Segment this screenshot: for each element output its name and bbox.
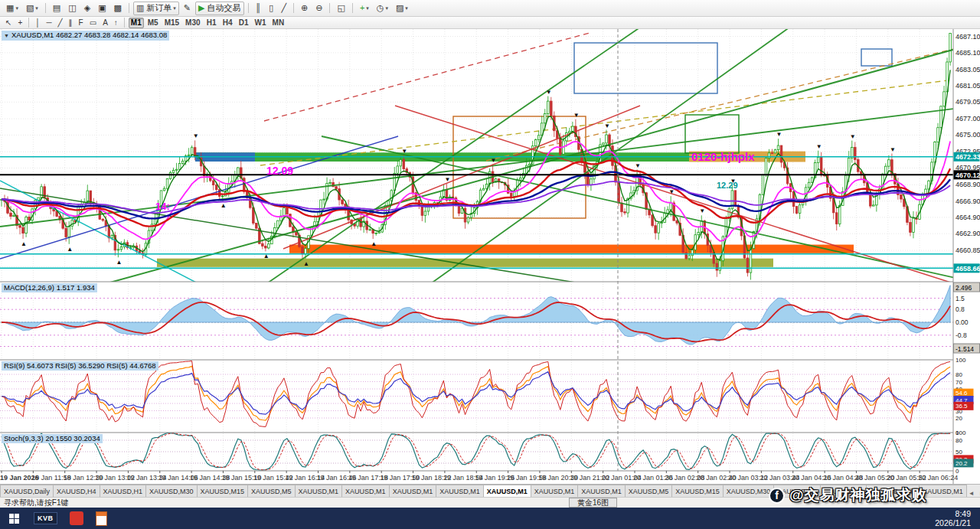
toolbar-separator	[293, 3, 294, 13]
shapes-tool-button[interactable]: ▭	[87, 18, 99, 28]
svg-text:▲: ▲	[263, 253, 270, 260]
chart-line-button[interactable]: ╱	[278, 2, 289, 15]
svg-text:4677.00: 4677.00	[956, 115, 980, 122]
toolbar-separator	[129, 3, 129, 13]
arrows-tool-button[interactable]: ↑	[112, 18, 120, 28]
strategy-tester-button[interactable]: ▩	[111, 2, 125, 15]
toolbar-separator	[45, 3, 46, 13]
chart-tab-3[interactable]: XAUUSD,M30	[145, 485, 198, 497]
chart-region[interactable]: 12.0914:0120-hjhplx12.29▲▲▲▼▲▲▲▲▼▼▼▼▼▼▼▼…	[0, 29, 980, 484]
chart-candles-icon: ▯	[269, 4, 273, 12]
svg-text:▼: ▼	[604, 122, 610, 129]
data-window-button[interactable]: ◫	[65, 2, 79, 15]
chart-tab-7[interactable]: XAUUSD,M1	[341, 485, 390, 497]
svg-text:20 Jan 06:24: 20 Jan 06:24	[918, 474, 958, 482]
vline-tool-icon: │	[35, 19, 40, 27]
new-order-button[interactable]: ▥新订单▾	[133, 2, 179, 15]
chart-area[interactable]: 12.0914:0120-hjhplx12.29▲▲▲▼▲▲▲▲▼▼▼▼▼▼▼▼…	[0, 29, 980, 484]
mt4-window: ▦▾▧▾▤◫◈▣▩▥新订单▾✎▶自动交易║▯╱⊕⊖◱+▾◷▾▨▾ ↖+│─╱∥F…	[0, 0, 980, 529]
svg-text:0120-hjhplx: 0120-hjhplx	[691, 150, 755, 163]
crosshair-tool-button[interactable]: +	[15, 18, 24, 28]
chart-tab-6[interactable]: XAUUSD,M1	[295, 485, 343, 497]
zoom-out-button[interactable]: ⊖	[312, 2, 325, 15]
indicators-icon: +	[360, 4, 364, 12]
chart-tab-4[interactable]: XAUUSD,M15	[197, 485, 249, 497]
chart-tab-8[interactable]: XAUUSD,M1	[389, 485, 437, 497]
hline-tool-button[interactable]: ─	[44, 18, 54, 28]
svg-text:20: 20	[956, 415, 962, 422]
watermark: f @交易财神独孤求败	[769, 485, 927, 505]
svg-text:▼: ▼	[635, 162, 641, 169]
timeframe-button-m30[interactable]: M30	[183, 18, 202, 28]
one-click-trading-toggle[interactable]: ▼	[4, 33, 9, 38]
taskbar-clock[interactable]: 8:49 2026/1/21	[935, 509, 980, 528]
chart-tab-10[interactable]: XAUUSD,M1	[483, 485, 531, 497]
fibonacci-tool-button[interactable]: F	[77, 18, 86, 28]
tab-scroll-left-button[interactable]: ◄	[966, 490, 977, 497]
svg-text:14:: 14:	[155, 201, 170, 212]
chart-bars-button[interactable]: ║	[253, 2, 265, 15]
cursor-tool-button[interactable]: ↖	[3, 18, 14, 28]
tab-scroll-right-button[interactable]: ►	[977, 490, 980, 497]
svg-text:4658.66: 4658.66	[956, 265, 980, 273]
kvb-app-button[interactable]: KVB	[34, 509, 57, 527]
chart-tab-2[interactable]: XAUUSD,H1	[100, 485, 147, 497]
text-tool-button[interactable]: A	[100, 18, 110, 28]
svg-text:▼: ▼	[850, 133, 856, 140]
new-chart-button[interactable]: ▦▾	[3, 2, 21, 15]
market-watch-button[interactable]: ▤	[50, 2, 64, 15]
timeframe-button-m15[interactable]: M15	[162, 18, 181, 28]
templates-button[interactable]: ▨▾	[393, 2, 411, 15]
timeframe-button-h1[interactable]: H1	[204, 18, 219, 28]
svg-text:2.496: 2.496	[956, 284, 972, 292]
timeframe-button-mn[interactable]: MN	[270, 18, 287, 28]
timeframe-button-d1[interactable]: D1	[237, 18, 251, 28]
chart-tab-12[interactable]: XAUUSD,M1	[577, 485, 626, 497]
chart-tab-0[interactable]: XAUUSD,Daily	[0, 485, 54, 497]
toolbar-separator	[124, 18, 125, 28]
document-app-button[interactable]	[96, 509, 107, 527]
trendline-tool-button[interactable]: ╱	[56, 18, 65, 28]
svg-text:12.09: 12.09	[266, 165, 293, 177]
profiles-button[interactable]: ▧▾	[23, 2, 41, 15]
chart-candles-button[interactable]: ▯	[266, 2, 276, 15]
chart-tab-11[interactable]: XAUUSD,M1	[531, 485, 579, 497]
clock-time: 8:49	[935, 509, 971, 519]
red-app-button[interactable]	[70, 509, 83, 527]
timeframe-button-h4[interactable]: H4	[220, 18, 235, 28]
red-app-icon	[70, 511, 83, 525]
chart-bars-icon: ║	[256, 4, 262, 12]
chart-tab-5[interactable]: XAUUSD,M5	[247, 485, 296, 497]
macd-header: MACD(12,26,9) 1.517 1.934	[2, 283, 97, 292]
timeframe-button-m5[interactable]: M5	[145, 18, 161, 28]
chart-tab-15[interactable]: XAUUSD,M30	[723, 485, 775, 497]
profile-indicator[interactable]: 黄金16图	[569, 498, 617, 508]
svg-text:▲: ▲	[67, 246, 73, 253]
terminal-button[interactable]: ▣	[95, 2, 109, 15]
chart-tab-13[interactable]: XAUUSD,M5	[625, 485, 673, 497]
navigator-icon: ◈	[84, 4, 90, 12]
channel-tool-button[interactable]: ∥	[67, 18, 75, 28]
periods-button[interactable]: ◷▾	[374, 2, 391, 15]
timeframe-button-w1[interactable]: W1	[253, 18, 269, 28]
tile-windows-button[interactable]: ◱	[334, 2, 348, 15]
chart-tab-9[interactable]: XAUUSD,M1	[436, 485, 484, 497]
taskbar: KVB 8:49 2026/1/21	[0, 508, 980, 529]
svg-text:▼: ▼	[668, 188, 675, 195]
svg-text:100: 100	[956, 357, 966, 364]
autotrading-button[interactable]: ▶自动交易	[195, 2, 243, 15]
zoom-in-button[interactable]: ⊕	[298, 2, 311, 15]
svg-text:▼: ▼	[491, 157, 497, 164]
chart-tab-14[interactable]: XAUUSD,M15	[671, 485, 724, 497]
vline-tool-button[interactable]: │	[33, 18, 42, 28]
terminal-icon: ▣	[98, 4, 106, 12]
profiles-icon: ▧	[26, 4, 34, 12]
indicators-button[interactable]: +▾	[357, 2, 372, 15]
start-button[interactable]	[0, 508, 28, 529]
chart-tab-1[interactable]: XAUUSD,H4	[53, 485, 100, 497]
navigator-button[interactable]: ◈	[81, 2, 93, 15]
timeframe-button-m1[interactable]: M1	[129, 18, 144, 28]
metaeditor-button[interactable]: ✎	[181, 2, 194, 15]
svg-text:20.2: 20.2	[956, 460, 968, 467]
channel-tool-icon: ∥	[69, 19, 73, 27]
